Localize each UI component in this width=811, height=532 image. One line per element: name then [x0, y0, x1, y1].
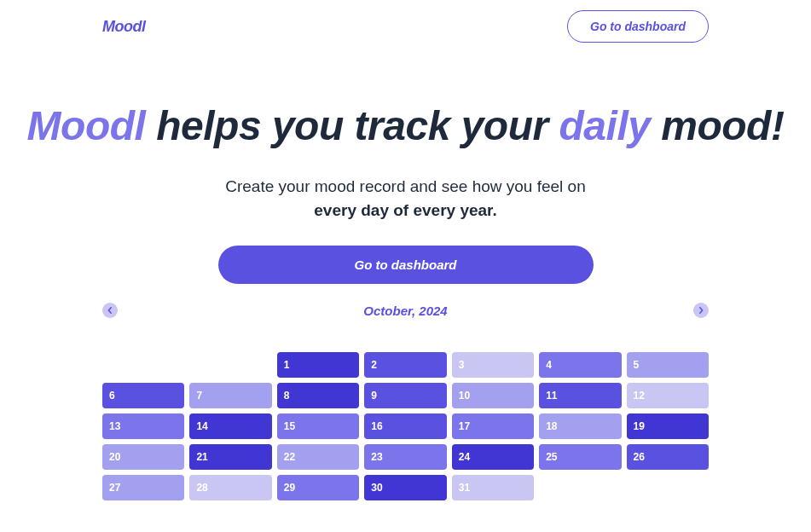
calendar-day[interactable]: 3: [452, 352, 534, 378]
calendar-day[interactable]: 18: [539, 413, 621, 439]
hero-subtitle: Create your mood record and see how you …: [0, 175, 811, 222]
calendar-day[interactable]: 6: [102, 383, 184, 408]
calendar-day[interactable]: 30: [364, 475, 446, 500]
calendar-day[interactable]: 26: [627, 444, 709, 470]
hero-title-accent-2: daily: [559, 103, 651, 148]
calendar-day[interactable]: 5: [627, 352, 709, 378]
calendar-day[interactable]: 22: [277, 444, 359, 470]
calendar-day[interactable]: 20: [102, 444, 184, 470]
calendar-day[interactable]: 4: [539, 352, 621, 378]
calendar-day[interactable]: 1: [277, 352, 359, 378]
next-month-button[interactable]: [693, 303, 709, 318]
calendar-day[interactable]: 9: [364, 383, 446, 408]
calendar-day[interactable]: 10: [452, 383, 534, 408]
calendar-day[interactable]: 28: [189, 475, 271, 500]
calendar-day[interactable]: 15: [277, 413, 359, 439]
calendar-day[interactable]: 29: [277, 475, 359, 500]
calendar-day[interactable]: 2: [364, 352, 446, 378]
hero-sub-line2: every day of every year.: [314, 201, 496, 219]
calendar-day[interactable]: 12: [627, 383, 709, 408]
calendar-day[interactable]: 31: [452, 475, 534, 500]
calendar-day[interactable]: 8: [277, 383, 359, 408]
chevron-left-icon: [107, 307, 113, 314]
chevron-right-icon: [698, 307, 704, 314]
hero-title-text-1: helps you track your: [145, 103, 559, 148]
dashboard-button-hero[interactable]: Go to dashboard: [218, 246, 594, 284]
calendar-day[interactable]: 16: [364, 413, 446, 439]
calendar-day[interactable]: 19: [627, 413, 709, 439]
hero-title-accent-1: Moodl: [27, 103, 146, 148]
calendar-day[interactable]: 27: [102, 475, 184, 500]
app-logo[interactable]: Moodl: [102, 18, 145, 36]
hero-title: Moodl helps you track your daily mood!: [0, 102, 811, 149]
dashboard-button-header[interactable]: Go to dashboard: [567, 10, 709, 43]
calendar-day[interactable]: 7: [189, 383, 271, 408]
hero-sub-line1: Create your mood record and see how you …: [225, 177, 585, 195]
calendar-day[interactable]: 24: [452, 444, 534, 470]
calendar-grid: 1234567891011121314151617181920212223242…: [102, 352, 709, 500]
prev-month-button[interactable]: [102, 303, 118, 318]
calendar-day[interactable]: 25: [539, 444, 621, 470]
hero-title-text-2: mood!: [650, 103, 784, 148]
calendar-empty-cell: [189, 352, 271, 378]
calendar-day[interactable]: 23: [364, 444, 446, 470]
calendar-day[interactable]: 11: [539, 383, 621, 408]
calendar-day[interactable]: 13: [102, 413, 184, 439]
calendar-day[interactable]: 17: [452, 413, 534, 439]
calendar-empty-cell: [102, 352, 184, 378]
calendar-month-title: October, 2024: [363, 304, 447, 318]
calendar-day[interactable]: 21: [189, 444, 271, 470]
calendar-day[interactable]: 14: [189, 413, 271, 439]
